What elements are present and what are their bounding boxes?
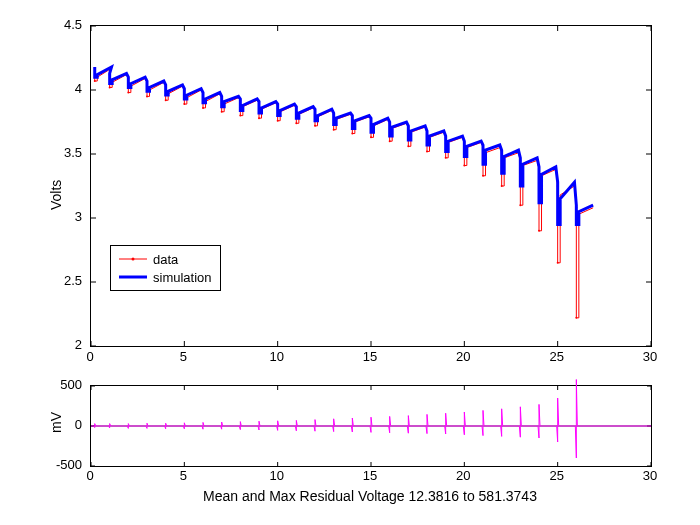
svg-point-77 bbox=[557, 262, 559, 264]
axes-mv bbox=[90, 385, 652, 467]
svg-point-33 bbox=[146, 95, 148, 97]
ylabel-mv: mV bbox=[48, 412, 64, 433]
legend-swatch-sim bbox=[119, 268, 147, 286]
legend-entry-sim: simulation bbox=[119, 268, 212, 286]
svg-text:500: 500 bbox=[60, 377, 82, 392]
svg-point-45 bbox=[258, 117, 260, 119]
svg-point-73 bbox=[519, 204, 521, 206]
svg-point-81 bbox=[132, 258, 135, 261]
svg-point-31 bbox=[127, 92, 129, 94]
xlabel-residual: Mean and Max Residual Voltage 12.3816 to… bbox=[90, 488, 650, 504]
svg-point-61 bbox=[407, 145, 409, 147]
svg-text:25: 25 bbox=[549, 349, 563, 364]
svg-point-69 bbox=[482, 175, 484, 177]
svg-text:20: 20 bbox=[456, 468, 470, 483]
svg-text:10: 10 bbox=[269, 349, 283, 364]
figure: Volts data simulation mV Mean and Max Re… bbox=[0, 0, 700, 525]
svg-point-79 bbox=[575, 317, 577, 319]
svg-point-67 bbox=[463, 165, 465, 167]
svg-point-71 bbox=[501, 185, 503, 187]
legend-entry-data: data bbox=[119, 250, 212, 268]
svg-point-53 bbox=[333, 129, 335, 131]
svg-point-39 bbox=[202, 107, 204, 109]
legend-label-sim: simulation bbox=[153, 270, 212, 285]
svg-point-43 bbox=[239, 115, 241, 117]
svg-text:10: 10 bbox=[269, 468, 283, 483]
svg-text:15: 15 bbox=[363, 349, 377, 364]
svg-point-75 bbox=[538, 230, 540, 232]
svg-point-29 bbox=[109, 86, 111, 88]
svg-text:30: 30 bbox=[643, 349, 657, 364]
svg-point-57 bbox=[370, 136, 372, 138]
svg-point-35 bbox=[165, 99, 167, 101]
svg-text:0: 0 bbox=[86, 468, 93, 483]
legend: data simulation bbox=[110, 245, 221, 291]
svg-point-51 bbox=[314, 125, 316, 127]
svg-text:25: 25 bbox=[549, 468, 563, 483]
svg-text:20: 20 bbox=[456, 349, 470, 364]
svg-point-27 bbox=[94, 80, 96, 82]
svg-text:0: 0 bbox=[75, 417, 82, 432]
legend-label-data: data bbox=[153, 252, 178, 267]
svg-point-37 bbox=[183, 103, 185, 105]
ylabel-volts: Volts bbox=[48, 180, 64, 210]
svg-point-49 bbox=[295, 122, 297, 124]
svg-text:0: 0 bbox=[86, 349, 93, 364]
svg-text:30: 30 bbox=[643, 468, 657, 483]
svg-text:3: 3 bbox=[75, 209, 82, 224]
svg-text:2.5: 2.5 bbox=[64, 273, 82, 288]
svg-text:-500: -500 bbox=[56, 457, 82, 472]
svg-text:4: 4 bbox=[75, 81, 82, 96]
svg-text:5: 5 bbox=[180, 349, 187, 364]
svg-text:5: 5 bbox=[180, 468, 187, 483]
svg-text:3.5: 3.5 bbox=[64, 145, 82, 160]
svg-text:15: 15 bbox=[363, 468, 377, 483]
legend-swatch-data bbox=[119, 250, 147, 268]
svg-point-47 bbox=[277, 120, 279, 122]
axes-volts bbox=[90, 25, 652, 347]
svg-point-63 bbox=[426, 150, 428, 152]
svg-point-55 bbox=[351, 133, 353, 135]
svg-point-41 bbox=[221, 111, 223, 113]
svg-point-59 bbox=[389, 140, 391, 142]
svg-point-65 bbox=[445, 157, 447, 159]
svg-text:2: 2 bbox=[75, 337, 82, 352]
svg-text:4.5: 4.5 bbox=[64, 17, 82, 32]
